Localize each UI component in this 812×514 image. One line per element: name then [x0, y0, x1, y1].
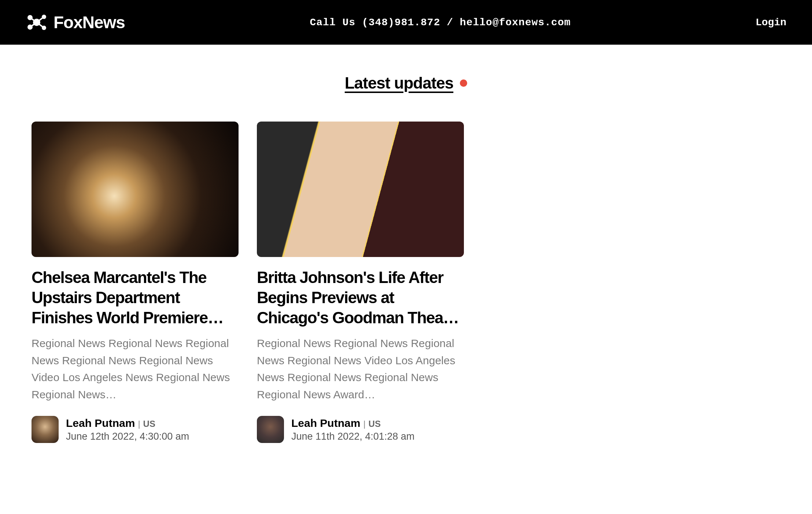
section-header: Latest updates: [0, 74, 812, 92]
author-info: Leah Putnam | US June 11th 2022, 4:01:28…: [291, 417, 414, 442]
author-name-row: Leah Putnam | US: [291, 417, 414, 429]
article-title: Britta Johnson's Life After Begins Previ…: [257, 267, 464, 328]
article-date: June 11th 2022, 4:01:28 am: [291, 431, 414, 442]
login-button[interactable]: Login: [756, 17, 786, 28]
author-row: Leah Putnam | US June 12th 2022, 4:30:00…: [32, 416, 239, 443]
live-indicator-icon: [460, 79, 467, 87]
author-region: US: [369, 419, 381, 429]
author-row: Leah Putnam | US June 11th 2022, 4:01:28…: [257, 416, 464, 443]
articles-list: Chelsea Marcantel's The Upstairs Departm…: [0, 122, 812, 443]
contact-info: Call Us (348)981.872 / hello@foxnews.com: [310, 17, 571, 28]
author-name: Leah Putnam: [291, 417, 360, 429]
author-avatar: [32, 416, 59, 443]
article-thumbnail: [257, 122, 464, 257]
brand-logo[interactable]: FoxNews: [26, 12, 125, 32]
author-info: Leah Putnam | US June 12th 2022, 4:30:00…: [66, 417, 189, 442]
article-summary: Regional News Regional News Regional New…: [257, 335, 464, 403]
author-avatar: [257, 416, 284, 443]
brand-name: FoxNews: [53, 12, 125, 32]
article-date: June 12th 2022, 4:30:00 am: [66, 431, 189, 442]
article-title: Chelsea Marcantel's The Upstairs Departm…: [32, 267, 239, 328]
article-summary: Regional News Regional News Regional New…: [32, 335, 239, 403]
article-card[interactable]: Britta Johnson's Life After Begins Previ…: [257, 122, 464, 443]
author-region: US: [143, 419, 155, 429]
logo-icon: [26, 13, 48, 31]
section-title: Latest updates: [345, 74, 454, 92]
site-header: FoxNews Call Us (348)981.872 / hello@fox…: [0, 0, 812, 45]
article-card[interactable]: Chelsea Marcantel's The Upstairs Departm…: [32, 122, 239, 443]
article-thumbnail: [32, 122, 239, 257]
author-name: Leah Putnam: [66, 417, 135, 429]
author-separator: |: [363, 419, 365, 429]
author-separator: |: [138, 419, 140, 429]
author-name-row: Leah Putnam | US: [66, 417, 189, 429]
